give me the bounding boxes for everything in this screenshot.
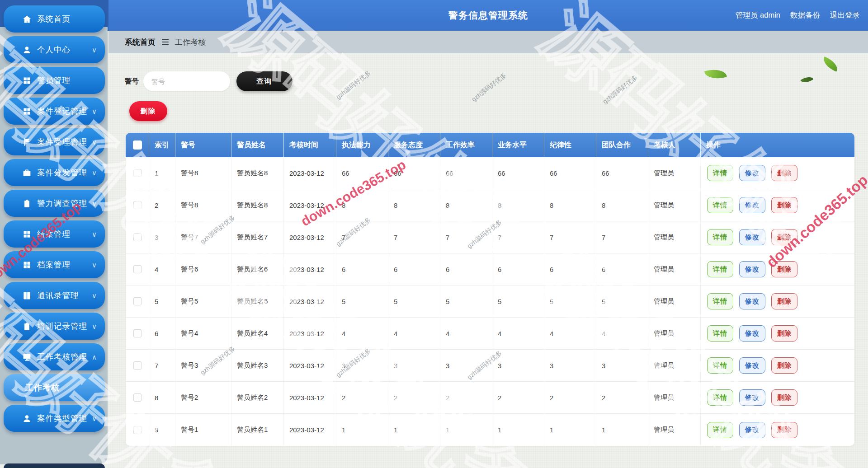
row-checkbox[interactable] (133, 169, 142, 177)
sidebar-item-9[interactable]: 档案管理∨ (4, 251, 105, 278)
row-checkbox[interactable] (133, 201, 142, 209)
edit-button[interactable]: 修改 (739, 389, 765, 406)
cell-score: 3 (544, 350, 596, 381)
logout-link[interactable]: 退出登录 (830, 10, 860, 20)
sidebar-item-label: 工作考核管理 (37, 351, 87, 362)
detail-button[interactable]: 详情 (707, 389, 733, 406)
row-checkbox[interactable] (133, 233, 142, 241)
detail-button[interactable]: 详情 (707, 293, 733, 309)
sidebar-item-14[interactable]: 案件类型管理∨ (4, 405, 105, 432)
delete-button[interactable]: 删除 (771, 165, 797, 181)
delete-button[interactable]: 删除 (771, 389, 797, 406)
cell-assessor: 管理员 (648, 382, 701, 413)
query-button[interactable]: 查询 (236, 71, 292, 91)
edit-button[interactable]: 修改 (739, 293, 765, 309)
delete-button[interactable]: 删除 (771, 422, 797, 438)
edit-button[interactable]: 修改 (739, 357, 765, 374)
sidebar-item-1[interactable]: 系统首页 (4, 5, 105, 33)
edit-button[interactable]: 修改 (739, 422, 765, 438)
row-checkbox-cell (126, 189, 149, 221)
sidebar-item-2[interactable]: 个人中心∨ (4, 36, 105, 63)
detail-button[interactable]: 详情 (707, 261, 733, 277)
cell-score: 8 (388, 189, 440, 221)
edit-button[interactable]: 修改 (739, 165, 765, 181)
cell-score: 2 (336, 382, 388, 413)
cell-score: 7 (388, 221, 440, 253)
sidebar-item-label: 警员管理 (37, 75, 71, 86)
detail-button[interactable]: 详情 (707, 229, 733, 245)
cell-score: 3 (336, 350, 388, 381)
column-header: 工作效率 (440, 133, 492, 157)
row-checkbox[interactable] (133, 361, 142, 370)
edit-button[interactable]: 修改 (739, 325, 765, 342)
sidebar-item-8[interactable]: 结案管理∨ (4, 220, 105, 248)
cell-name: 警员姓名3 (231, 350, 284, 381)
column-header: 操作 (701, 133, 854, 157)
cell-score: 66 (596, 157, 648, 189)
cell-score: 66 (336, 157, 388, 189)
bulk-delete-button[interactable]: 删除 (129, 101, 167, 121)
cell-police-no: 警号1 (175, 414, 231, 446)
detail-button[interactable]: 详情 (707, 325, 733, 342)
edit-button[interactable]: 修改 (739, 197, 765, 213)
cell-actions: 详情 修改 删除 (701, 350, 854, 381)
delete-button[interactable]: 删除 (771, 293, 797, 309)
cell-index: 5 (149, 285, 175, 317)
table-body: 1 警号8 警员姓名8 2023-03-12666666666666管理员 详情… (126, 157, 854, 446)
row-checkbox[interactable] (133, 426, 142, 434)
cell-date: 2023-03-12 (284, 285, 336, 317)
detail-button[interactable]: 详情 (707, 422, 733, 438)
row-checkbox[interactable] (133, 297, 142, 305)
sidebar-item-peek[interactable] (4, 463, 105, 468)
sidebar-item-3[interactable]: 警员管理 (4, 67, 105, 94)
delete-button[interactable]: 删除 (771, 229, 797, 245)
breadcrumb-home-link[interactable]: 系统首页 (125, 37, 156, 47)
row-checkbox-cell (126, 414, 149, 446)
table-row: 8 警号2 警员姓名2 2023-03-12222222管理员 详情 修改 删除 (126, 382, 854, 414)
grid-icon (22, 229, 32, 239)
sidebar: 系统首页个人中心∨警员管理案件登记管理∨案件受理管理∨案件分发管理∨警力调查管理… (0, 0, 108, 468)
user-icon (22, 45, 32, 55)
column-header: 考核人 (648, 133, 701, 157)
select-all-checkbox[interactable] (133, 140, 142, 150)
chevron-down-icon: ∨ (92, 169, 97, 176)
row-checkbox-cell (126, 221, 149, 253)
edit-button[interactable]: 修改 (739, 229, 765, 245)
detail-button[interactable]: 详情 (707, 357, 733, 374)
cell-score: 1 (544, 414, 596, 446)
data-backup-link[interactable]: 数据备份 (790, 10, 820, 20)
cell-score: 5 (544, 285, 596, 317)
sidebar-item-4[interactable]: 案件登记管理∨ (4, 98, 105, 125)
delete-button[interactable]: 删除 (771, 197, 797, 213)
search-input[interactable] (143, 71, 230, 91)
row-checkbox[interactable] (133, 329, 142, 337)
detail-button[interactable]: 详情 (707, 197, 733, 213)
cell-score: 4 (336, 318, 388, 349)
column-header: 业务水平 (492, 133, 544, 157)
cell-actions: 详情 修改 删除 (701, 285, 854, 317)
sidebar-item-label: 个人中心 (37, 44, 71, 55)
sidebar-item-11[interactable]: 培训记录管理∨ (4, 313, 105, 340)
row-checkbox[interactable] (133, 393, 142, 402)
cell-name: 警员姓名8 (231, 189, 284, 221)
sidebar-item-7[interactable]: 警力调查管理∨ (4, 190, 105, 217)
sidebar-item-5[interactable]: 案件受理管理∨ (4, 128, 105, 155)
row-checkbox[interactable] (133, 265, 142, 273)
edit-button[interactable]: 修改 (739, 261, 765, 277)
detail-button[interactable]: 详情 (707, 165, 733, 181)
row-checkbox-cell (126, 285, 149, 317)
sidebar-item-13[interactable]: 工作考核 (4, 374, 105, 401)
sidebar-item-6[interactable]: 案件分发管理∨ (4, 159, 105, 186)
clipboard-icon (22, 321, 32, 331)
delete-button[interactable]: 删除 (771, 325, 797, 342)
chevron-down-icon: ∨ (92, 139, 97, 145)
cell-assessor: 管理员 (648, 189, 701, 221)
sidebar-item-10[interactable]: 通讯录管理∨ (4, 282, 105, 309)
delete-button[interactable]: 删除 (771, 261, 797, 277)
cell-score: 66 (492, 157, 544, 189)
sidebar-item-12[interactable]: 工作考核管理∧ (4, 343, 105, 370)
cell-name: 警员姓名1 (231, 414, 284, 446)
cell-score: 66 (544, 157, 596, 189)
cell-police-no: 警号6 (175, 253, 231, 285)
delete-button[interactable]: 删除 (771, 357, 797, 374)
